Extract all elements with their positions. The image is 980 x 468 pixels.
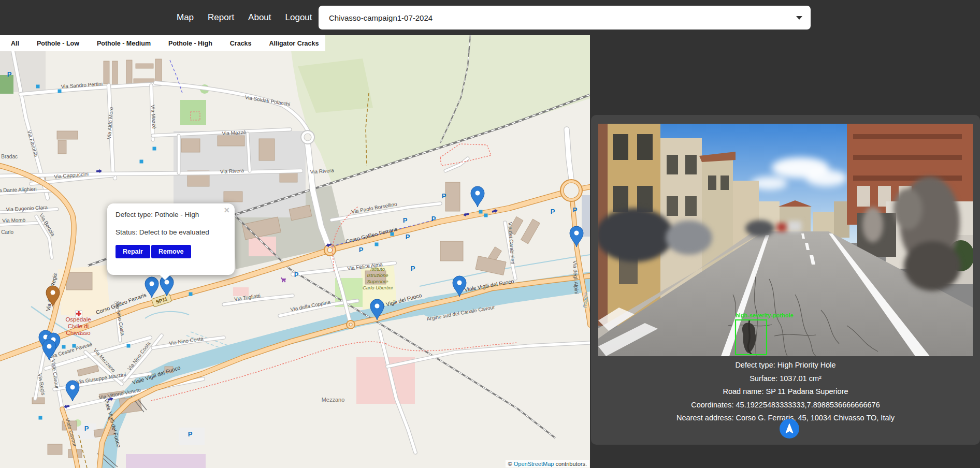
tab-pothole-high[interactable]: Pothole - High (160, 40, 221, 47)
building (57, 131, 78, 139)
nav-links: MapReportAboutLogout (174, 0, 315, 35)
map-label: Istruzione (367, 272, 388, 278)
building (48, 444, 62, 455)
map-canvas[interactable]: SP11Via Sandro PertiniVia Aldo MoroVia F… (0, 35, 590, 468)
parking-icon: P (359, 246, 364, 254)
tab-all[interactable]: All (2, 40, 28, 47)
locate-button[interactable] (780, 419, 799, 438)
tab-cracks[interactable]: Cracks (221, 40, 261, 47)
parking-icon: P (431, 215, 436, 223)
map-label: n Carlo (0, 229, 14, 235)
defect-detail-card: high-severity-pothole Defect type: High … (591, 115, 980, 445)
parking-icon: P (442, 192, 446, 200)
defect-dot[interactable] (375, 243, 379, 246)
defect-dot[interactable] (62, 345, 66, 349)
parking-icon: P (406, 233, 410, 241)
parking-icon: P (551, 208, 555, 215)
building (112, 61, 118, 85)
map-label: Via Momò (2, 217, 26, 224)
supermarket-icon (284, 281, 286, 283)
building (58, 140, 66, 154)
map-label: Istituto (370, 266, 385, 272)
popup-defect-type: Defect type: Pothole - High (116, 211, 225, 218)
nav-link-report[interactable]: Report (205, 10, 237, 25)
defect-dot[interactable] (39, 416, 42, 420)
map-label: Mezzano (322, 397, 345, 403)
map-attribution: © OpenStreetMap contributors. (506, 460, 589, 467)
defect-dot[interactable] (140, 160, 143, 164)
detail-line: Surface: 1037.01 cm² (591, 372, 980, 386)
map-label: Civile di (68, 323, 89, 329)
roundabout-island (564, 183, 579, 198)
building (224, 192, 242, 202)
map-label: Superiore (367, 279, 388, 284)
top-navbar: MapReportAboutLogout Chivasso-campaign1-… (0, 0, 980, 35)
tab-alligator-cracks[interactable]: Alligator Cracks (261, 40, 328, 47)
street-view-photo: high-severity-pothole (598, 124, 973, 356)
campaign-select[interactable]: Chivasso-campaign1-07-2024 (319, 6, 811, 30)
building (126, 60, 132, 84)
tab-pothole-low[interactable]: Pothole - Low (28, 40, 88, 47)
landuse-area (249, 237, 276, 256)
map-label: Ospedale (65, 316, 91, 323)
parking-icon: P (411, 265, 415, 272)
building (66, 272, 92, 290)
defect-dot[interactable] (36, 85, 40, 89)
openstreetmap-tiles[interactable]: SP11Via Sandro PertiniVia Aldo MoroVia F… (0, 35, 590, 468)
repair-button[interactable]: Repair (116, 245, 150, 258)
detail-line: Road name: SP 11 Padana Superiore (591, 385, 980, 399)
map-label: Chivasso (66, 330, 90, 336)
detail-line: Defect type: High Priority Hole (591, 359, 980, 372)
detail-line: Coordinates: 45.19225483333333,7.8988536… (591, 399, 980, 412)
tab-pothole-medium[interactable]: Pothole - Medium (88, 40, 160, 47)
building (181, 139, 200, 152)
map-label: Carlo Ubertini (363, 285, 393, 290)
building (218, 136, 244, 146)
defect-filter-tabs: AllPothole - LowPothole - MediumPothole … (0, 35, 325, 51)
defect-dot[interactable] (153, 147, 156, 151)
parking-icon: P (573, 206, 578, 214)
landuse-area (126, 454, 206, 468)
roundabout-island (349, 323, 352, 326)
campaign-select-value: Chivasso-campaign1-07-2024 (329, 13, 433, 22)
popup-status: Status: Defect to be evaluated (116, 228, 225, 236)
defect-dot[interactable] (484, 214, 488, 217)
map-label: Roggia (582, 292, 588, 308)
chevron-down-icon (796, 16, 802, 20)
svg-text:high-severity-pothole: high-severity-pothole (736, 312, 794, 318)
parking-icon: P (294, 271, 299, 279)
defect-dot[interactable] (189, 292, 193, 296)
defect-dot[interactable] (479, 210, 483, 214)
close-icon[interactable]: × (224, 206, 229, 215)
defect-dot[interactable] (58, 90, 62, 93)
supermarket-icon (282, 281, 283, 283)
roundabout-island (304, 134, 311, 141)
nav-link-about[interactable]: About (245, 10, 274, 25)
parking-icon: P (7, 70, 12, 78)
osm-link[interactable]: OpenStreetMap (514, 461, 554, 467)
building (440, 241, 463, 261)
navigation-arrow-icon (784, 423, 795, 434)
hospital-cross-icon (76, 313, 81, 314)
building (136, 64, 153, 68)
map-label: B. Bradac (0, 154, 18, 159)
building (104, 61, 109, 84)
parking-icon: P (403, 216, 408, 224)
defect-popup: × Defect type: Pothole - High Status: De… (107, 203, 235, 275)
parking-icon: P (84, 425, 89, 432)
nav-link-map[interactable]: Map (174, 10, 197, 25)
defect-dot[interactable] (127, 344, 131, 348)
nav-link-logout[interactable]: Logout (282, 10, 315, 25)
building (259, 139, 275, 160)
defect-details: Defect type: High Priority HoleSurface: … (591, 359, 980, 425)
landuse-area (180, 100, 206, 125)
remove-button[interactable]: Remove (151, 245, 191, 258)
roundabout-island (327, 247, 333, 253)
building (445, 182, 460, 211)
parking-icon: P (188, 430, 193, 438)
